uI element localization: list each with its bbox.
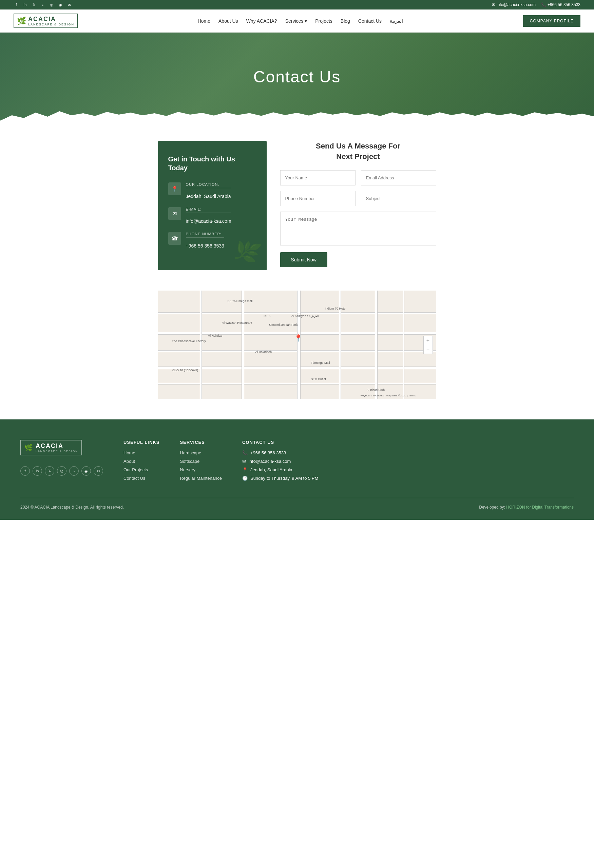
top-bar: f in 𝕏 ♪ ◎ ◉ ✉ ✉ info@acacia-ksa.com 📞 +…: [0, 0, 594, 9]
footer-email: ✉ info@acacia-ksa.com: [242, 459, 318, 464]
submit-button[interactable]: Submit Now: [280, 252, 327, 267]
form-title: Send Us A Message For Next Project: [280, 141, 436, 162]
form-row-1: [280, 170, 436, 186]
facebook-icon[interactable]: f: [13, 2, 19, 7]
services-title: SERVICES: [180, 440, 222, 445]
map-copyright: Keyboard shortcuts | Map data ©2025 | Te…: [361, 394, 416, 397]
footer-snapchat-icon[interactable]: ◎: [57, 466, 66, 476]
footer-logo-area: 🌿 ACACIA LANDSCAPE & DESIGN f in 𝕏 ◎ ♪ ◉…: [20, 440, 103, 484]
nav-links: Home About Us Why ACACIA? Services ▾ Pro…: [198, 18, 403, 24]
zoom-out-button[interactable]: −: [424, 345, 433, 354]
developer-link[interactable]: HORIZON for Digital Transformations: [506, 505, 574, 509]
grass-decoration: [0, 107, 594, 121]
footer-services: SERVICES Hardscape Softscape Nursery Reg…: [180, 440, 222, 484]
hero-section: Contact Us: [0, 32, 594, 121]
hero-title: Contact Us: [253, 68, 341, 86]
phone-icon: 📞: [541, 2, 546, 7]
form-row-2: [280, 191, 436, 206]
map-label-aziziyah: Al Aziziyah / العزيزية: [291, 314, 319, 318]
services-list: Hardscape Softscape Nursery Regular Main…: [180, 450, 222, 481]
location-text: OUR LOCATION: Jeddah, Saudi Arabia: [186, 182, 231, 199]
useful-links-title: USEFUL LINKS: [124, 440, 160, 445]
footer-service-hardscape[interactable]: Hardscape: [180, 450, 222, 455]
logo-leaf-icon: 🌿: [17, 16, 26, 25]
footer-whatsapp-icon[interactable]: ✉: [94, 466, 103, 476]
contact-form-area: Send Us A Message For Next Project Submi…: [280, 141, 436, 270]
header-email: ✉ info@acacia-ksa.com: [492, 2, 536, 7]
map-label-balad: Al Baladeeh: [256, 350, 272, 354]
company-profile-button[interactable]: COMPANY PROFILE: [523, 15, 581, 27]
map-container: Al Aziziyah / العزيزية Al Nahdaa Al Bala…: [151, 291, 443, 399]
nav-services[interactable]: Services ▾: [285, 18, 307, 24]
footer-link-home[interactable]: Home: [124, 450, 160, 455]
tiktok-icon[interactable]: ♪: [40, 2, 46, 7]
nav-about[interactable]: About Us: [219, 18, 238, 24]
footer-logo-text: ACACIA: [35, 443, 78, 450]
zoom-in-button[interactable]: +: [424, 336, 433, 345]
footer-phone-icon: 📞: [242, 450, 248, 455]
instagram-icon[interactable]: ◉: [58, 2, 63, 7]
phone-input[interactable]: [280, 191, 356, 206]
name-input[interactable]: [280, 170, 356, 186]
location-icon-box: 📍: [168, 182, 181, 195]
logo: 🌿 ACACIA LANDSCAPE & DESIGN: [13, 13, 78, 28]
useful-links-list: Home About Our Projects Contact Us: [124, 450, 160, 481]
map-label-kilo10: KILO 10 (JEDDAH): [172, 369, 198, 372]
footer-service-softscape[interactable]: Softscape: [180, 459, 222, 464]
map-label-wazzan: Al Wazzan Restaurant: [222, 321, 252, 325]
linkedin-icon[interactable]: in: [22, 2, 28, 7]
footer-facebook-icon[interactable]: f: [20, 466, 30, 476]
footer-linkedin-icon[interactable]: in: [33, 466, 42, 476]
nav-arabic[interactable]: العربية: [390, 18, 403, 24]
email-text: E-MAIL: info@acacia-ksa.com: [186, 207, 231, 224]
nav-blog[interactable]: Blog: [341, 18, 350, 24]
social-icons: f in 𝕏 ♪ ◎ ◉ ✉: [13, 2, 72, 7]
map-label-stc: STC Outlet: [311, 377, 327, 381]
footer-clock-icon: 🕐: [242, 476, 248, 481]
footer-instagram-icon[interactable]: ◉: [81, 466, 91, 476]
map[interactable]: Al Aziziyah / العزيزية Al Nahdaa Al Bala…: [158, 291, 436, 399]
contact-section: Get in Touch with Us Today 📍 OUR LOCATIO…: [158, 141, 436, 270]
footer: 🌿 ACACIA LANDSCAPE & DESIGN f in 𝕏 ◎ ♪ ◉…: [0, 419, 594, 520]
footer-top: 🌿 ACACIA LANDSCAPE & DESIGN f in 𝕏 ◎ ♪ ◉…: [20, 440, 574, 484]
footer-logo-box: 🌿 ACACIA LANDSCAPE & DESIGN: [20, 440, 82, 455]
email-input[interactable]: [361, 170, 436, 186]
email-item: ✉ E-MAIL: info@acacia-ksa.com: [168, 207, 256, 224]
map-label-cenomi: Cenomi Jeddah Park: [269, 323, 298, 326]
footer-location-icon: 📍: [242, 467, 248, 472]
footer-link-about[interactable]: About: [124, 459, 160, 464]
contact-card-title: Get in Touch with Us Today: [168, 155, 256, 172]
nav-home[interactable]: Home: [198, 18, 210, 24]
footer-bottom: 2024 © ACACIA Landscape & Design. All ri…: [20, 498, 574, 509]
email-icon-box: ✉: [168, 207, 181, 220]
whatsapp-icon[interactable]: ✉: [66, 2, 72, 7]
map-label-seraf: SERAF mega mall: [228, 300, 253, 303]
header-phone: 📞 +966 56 356 3533: [541, 2, 581, 7]
subject-input[interactable]: [361, 191, 436, 206]
footer-twitter-icon[interactable]: 𝕏: [45, 466, 54, 476]
nav-projects[interactable]: Projects: [315, 18, 332, 24]
contact-col-title: CONTACT US: [242, 440, 318, 445]
footer-email-icon: ✉: [242, 459, 246, 464]
footer-logo-sub: LANDSCAPE & DESIGN: [35, 450, 78, 453]
main-content: Get in Touch with Us Today 📍 OUR LOCATIO…: [151, 141, 443, 270]
footer-phone: 📞 +966 56 356 3533: [242, 450, 318, 455]
footer-service-maintenance[interactable]: Regular Maintenance: [180, 476, 222, 481]
map-zoom-controls[interactable]: + −: [423, 336, 433, 354]
nav-why[interactable]: Why ACACIA?: [246, 18, 277, 24]
map-label-ikea: IKEA: [264, 314, 271, 318]
snapchat-icon[interactable]: ◎: [49, 2, 54, 7]
footer-service-nursery[interactable]: Nursery: [180, 467, 222, 472]
twitter-icon[interactable]: 𝕏: [31, 2, 37, 7]
nav-contact[interactable]: Contact Us: [358, 18, 382, 24]
footer-link-contact[interactable]: Contact Us: [124, 476, 160, 481]
footer-link-projects[interactable]: Our Projects: [124, 467, 160, 472]
map-label-iridium: Iridium 70 Hotel: [325, 307, 346, 310]
message-textarea[interactable]: [280, 211, 436, 245]
footer-tiktok-icon[interactable]: ♪: [69, 466, 79, 476]
location-icon: 📍: [171, 186, 178, 192]
map-label-flamingo: Flamingo Mall: [311, 361, 330, 365]
footer-location: 📍 Jeddah, Saudi Arabia: [242, 467, 318, 472]
footer-useful-links: USEFUL LINKS Home About Our Projects Con…: [124, 440, 160, 484]
location-item: 📍 OUR LOCATION: Jeddah, Saudi Arabia: [168, 182, 256, 199]
